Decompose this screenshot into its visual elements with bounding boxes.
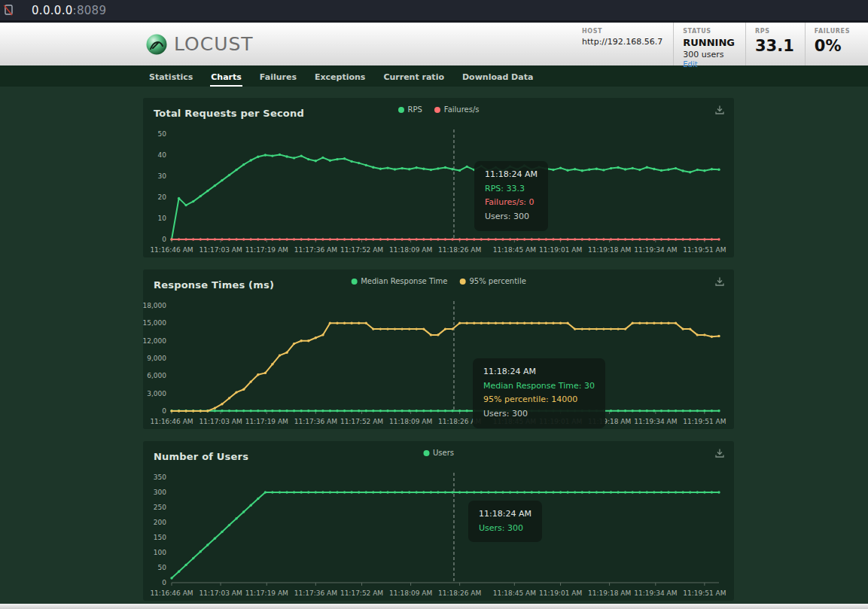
svg-text:11:19:01 AM: 11:19:01 AM (539, 589, 582, 597)
svg-text:11:19:51 AM: 11:19:51 AM (683, 589, 726, 597)
svg-text:0: 0 (162, 236, 166, 243)
rps-value: 33.1 (755, 37, 794, 55)
svg-text:11:19:34 AM: 11:19:34 AM (634, 418, 677, 425)
app-header: LOCUST HOST http://192.168.56.7 STATUS R… (0, 23, 868, 65)
svg-text:200: 200 (154, 519, 166, 526)
svg-text:150: 150 (154, 534, 166, 541)
legend-dot-icon (397, 107, 404, 113)
svg-text:9,000: 9,000 (147, 355, 166, 362)
svg-text:11:19:18 AM: 11:19:18 AM (588, 418, 631, 425)
nav-tabs: StatisticsChartsFailuresExceptionsCurren… (0, 65, 868, 87)
host-cell: HOST http://192.168.56.7 (573, 23, 673, 65)
status-cell: STATUS RUNNING 300 users Edit (673, 23, 745, 65)
legend-dot-icon (423, 450, 429, 456)
chart-plot-area[interactable]: 0102030405011:16:46 AM11:17:03 AM11:17:1… (143, 122, 734, 256)
chart-plot-area[interactable]: 03,0006,0009,00012,00015,00018,00011:16:… (143, 294, 734, 428)
series-median-response-time (170, 410, 720, 412)
legend-item-failures-s[interactable]: Failures/s (434, 105, 480, 114)
chart-panel-response-times: Response Times (ms) Median Response Time… (143, 269, 734, 429)
svg-text:15,000: 15,000 (143, 319, 166, 327)
svg-text:11:18:45 AM: 11:18:45 AM (493, 418, 536, 425)
series-failures-s (170, 238, 720, 240)
svg-text:11:16:46 AM: 11:16:46 AM (150, 246, 193, 254)
chart-header: Response Times (ms) Median Response Time… (143, 269, 734, 292)
host-label: HOST (582, 28, 662, 35)
browser-address-bar[interactable]: 0.0.0.0:8089 (0, 0, 868, 23)
legend-dot-icon (459, 279, 465, 285)
tab-download-data[interactable]: Download Data (461, 67, 534, 87)
axes: 03,0006,0009,00012,00015,00018,00011:16:… (143, 302, 726, 425)
svg-text:300: 300 (154, 489, 166, 496)
download-chart-icon[interactable] (714, 276, 725, 287)
legend-dot-icon (351, 279, 357, 285)
svg-text:11:18:26 AM: 11:18:26 AM (438, 418, 481, 425)
address-url[interactable]: 0.0.0.0:8089 (32, 4, 106, 17)
svg-text:11:18:09 AM: 11:18:09 AM (389, 246, 432, 254)
legend-item-users[interactable]: Users (423, 449, 454, 457)
tab-exceptions[interactable]: Exceptions (314, 67, 366, 87)
status-label: STATUS (683, 28, 735, 35)
legend-item-median-response-time[interactable]: Median Response Time (351, 277, 447, 285)
svg-text:50: 50 (158, 564, 167, 571)
series-rps (170, 154, 720, 241)
svg-text:11:19:51 AM: 11:19:51 AM (683, 246, 726, 254)
svg-text:11:17:19 AM: 11:17:19 AM (245, 246, 288, 254)
chart-title: Response Times (ms) (154, 279, 274, 291)
tab-statistics[interactable]: Statistics (148, 67, 193, 87)
svg-text:0: 0 (162, 407, 166, 415)
svg-text:12,000: 12,000 (143, 337, 166, 345)
chart-title: Total Requests per Second (154, 108, 304, 119)
svg-text:11:18:09 AM: 11:18:09 AM (389, 589, 432, 597)
svg-text:11:19:01 AM: 11:19:01 AM (539, 418, 582, 425)
svg-text:100: 100 (154, 549, 166, 556)
svg-text:20: 20 (158, 193, 167, 201)
svg-text:11:19:18 AM: 11:19:18 AM (588, 589, 631, 597)
svg-text:11:18:45 AM: 11:18:45 AM (493, 589, 536, 597)
svg-text:11:19:34 AM: 11:19:34 AM (634, 589, 677, 597)
legend-label: RPS (407, 105, 422, 114)
failures-value: 0% (815, 37, 850, 55)
tab-charts[interactable]: Charts (210, 67, 242, 87)
download-chart-icon[interactable] (714, 105, 725, 115)
svg-text:18,000: 18,000 (143, 302, 166, 309)
legend-label: Median Response Time (361, 277, 447, 285)
svg-text:30: 30 (158, 172, 167, 180)
chart-panel-number-of-users: Number of Users Users 050100150200250300… (143, 441, 734, 601)
tab-current-ratio[interactable]: Current ratio (382, 67, 445, 87)
svg-text:350: 350 (154, 473, 166, 481)
status-user-count: 300 users (683, 50, 735, 59)
axes: 0102030405011:16:46 AM11:17:03 AM11:17:1… (150, 130, 726, 254)
url-host: 0.0.0.0 (32, 4, 73, 17)
svg-text:11:17:19 AM: 11:17:19 AM (245, 589, 288, 597)
svg-text:11:16:46 AM: 11:16:46 AM (150, 589, 193, 597)
svg-text:11:17:36 AM: 11:17:36 AM (294, 418, 337, 425)
legend-item-95-percentile[interactable]: 95% percentile (459, 277, 525, 285)
svg-text:250: 250 (154, 504, 166, 511)
header-stats: HOST http://192.168.56.7 STATUS RUNNING … (573, 23, 860, 65)
svg-text:11:17:52 AM: 11:17:52 AM (340, 589, 383, 597)
legend-item-rps[interactable]: RPS (397, 105, 422, 114)
failures-label: FAILURES (815, 28, 850, 35)
svg-text:11:17:19 AM: 11:17:19 AM (245, 418, 288, 425)
chart-legend: RPSFailures/s (397, 105, 479, 114)
chart-title: Number of Users (154, 451, 248, 462)
series-95-percentile (170, 322, 720, 413)
edit-link[interactable]: Edit (683, 60, 735, 69)
download-chart-icon[interactable] (714, 448, 725, 458)
svg-text:11:18:09 AM: 11:18:09 AM (389, 418, 432, 425)
svg-text:11:17:03 AM: 11:17:03 AM (199, 589, 242, 597)
locust-logo: LOCUST (145, 33, 254, 56)
chart-plot-area[interactable]: 05010015020025030035011:16:46 AM11:17:03… (143, 465, 734, 599)
svg-text:50: 50 (158, 130, 167, 138)
locust-sphere-icon (145, 33, 168, 56)
svg-text:11:19:01 AM: 11:19:01 AM (539, 246, 582, 254)
not-secure-icon (3, 4, 15, 17)
chart-header: Number of Users Users (143, 441, 734, 464)
tab-failures[interactable]: Failures (259, 67, 297, 87)
svg-text:11:17:52 AM: 11:17:52 AM (340, 418, 383, 425)
svg-text:6,000: 6,000 (147, 372, 166, 379)
url-port: :8089 (73, 4, 107, 17)
svg-text:11:17:36 AM: 11:17:36 AM (294, 246, 337, 254)
host-value: http://192.168.56.7 (582, 37, 662, 47)
legend-label: Failures/s (444, 105, 480, 114)
